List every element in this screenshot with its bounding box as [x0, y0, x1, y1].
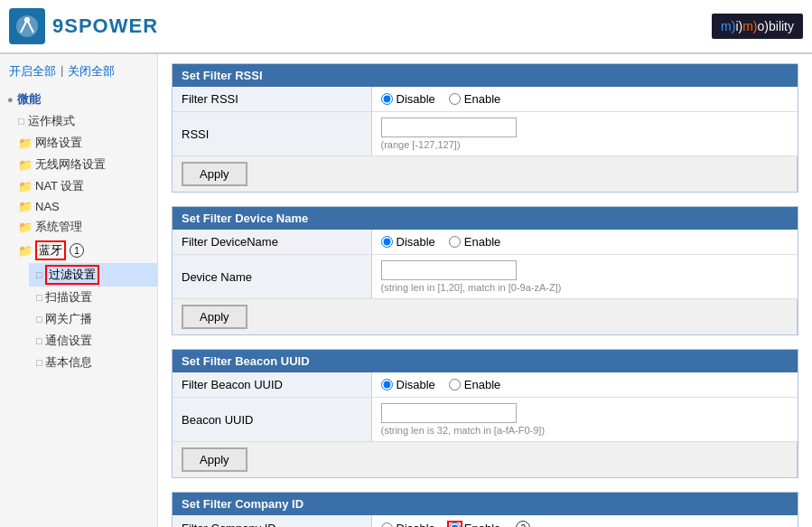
filter-devicename-radio-group: Disable Enable	[381, 235, 789, 249]
mimo-m: m)	[721, 19, 735, 33]
dot-icon: ●	[7, 94, 14, 105]
badge-1: 1	[70, 243, 84, 258]
filter-company-id-header: Set Filter Company ID	[173, 493, 798, 515]
folder-icon-4: 📁	[18, 200, 33, 213]
beacon-uuid-apply-button[interactable]: Apply	[182, 447, 247, 472]
filter-beacon-uuid-section: Set Filter Beacon UUID Filter Beacon UUI…	[172, 349, 798, 478]
rssi-enable-radio[interactable]: Enable	[449, 92, 500, 106]
filter-company-id-row: Filter Company ID Disable Enable 2	[173, 515, 798, 527]
rssi-hint: (range [-127,127])	[381, 139, 789, 150]
badge-2: 2	[516, 521, 530, 527]
devicename-apply-button[interactable]: Apply	[182, 305, 247, 329]
beacon-uuid-label: Beacon UUID	[173, 398, 371, 442]
filter-company-id-table: Filter Company ID Disable Enable 2	[173, 515, 798, 527]
rssi-apply-cell: Apply	[173, 156, 798, 193]
beacon-uuid-input-cell: (string len is 32, match in [a-fA-F0-9])	[371, 398, 798, 442]
company-id-disable-input[interactable]	[381, 522, 393, 528]
rssi-input-cell: (range [-127,127])	[371, 112, 798, 156]
sidebar-item-nas[interactable]: 📁 NAS	[11, 197, 157, 216]
logo-icon	[9, 8, 45, 44]
devicename-disable-radio[interactable]: Disable	[381, 235, 435, 249]
filter-beacon-uuid-radio-group: Disable Enable	[381, 378, 789, 391]
filter-rssi-section: Set Filter RSSI Filter RSSI Disable	[172, 63, 798, 193]
logo-text: 9SPOWER	[52, 14, 158, 38]
content: Set Filter RSSI Filter RSSI Disable	[158, 54, 812, 527]
sidebar: 开启全部 | 关闭全部 ● 微能 □ 运作模式 📁 网络设置 📁 无线网络设置 …	[0, 54, 158, 527]
svg-point-1	[24, 17, 30, 23]
device-name-input-cell: (string len in [1,20], match in [0-9a-zA…	[371, 255, 798, 299]
open-all-link[interactable]: 开启全部	[9, 63, 56, 80]
sidebar-item-bluetooth[interactable]: 📁 蓝牙 1	[11, 238, 157, 263]
main-layout: 开启全部 | 关闭全部 ● 微能 □ 运作模式 📁 网络设置 📁 无线网络设置 …	[0, 54, 812, 527]
folder-icon-6: 📁	[18, 244, 33, 258]
sidebar-item-filter-settings[interactable]: □ 过滤设置	[29, 263, 157, 287]
header: 9SPOWER m)i)m)o)bility	[0, 0, 812, 54]
leaf-icon: □	[18, 116, 24, 127]
filter-company-id-controls: Disable Enable 2	[371, 515, 798, 527]
filter-beacon-uuid-header: Set Filter Beacon UUID	[173, 350, 798, 372]
filter-beacon-uuid-label: Filter Beacon UUID	[173, 372, 371, 398]
beacon-uuid-apply-row: Apply	[173, 442, 798, 478]
sidebar-item-gateway-broadcast[interactable]: □ 网关广播	[29, 308, 157, 330]
filter-beacon-uuid-row: Filter Beacon UUID Disable Enable	[173, 372, 798, 398]
folder-icon-5: 📁	[18, 221, 33, 234]
rssi-disable-radio[interactable]: Disable	[381, 92, 435, 106]
rssi-apply-button[interactable]: Apply	[182, 162, 247, 186]
filter-rssi-radio-group: Disable Enable	[381, 92, 789, 106]
beacon-uuid-disable-input[interactable]	[381, 379, 393, 391]
sidebar-item-basic-info[interactable]: □ 基本信息	[29, 352, 157, 373]
filter-rssi-row: Filter RSSI Disable Enable	[173, 87, 798, 112]
sidebar-subgroup: □ 过滤设置 □ 扫描设置 □ 网关广播 □ 通信设置 □ 基本信息	[11, 263, 157, 373]
mimo-logo: m)i)m)o)bility	[712, 14, 803, 39]
sidebar-item-weinen[interactable]: ● 微能	[0, 89, 157, 110]
filter-beacon-uuid-table: Filter Beacon UUID Disable Enable	[173, 372, 798, 477]
filter-company-id-section: Set Filter Company ID Filter Company ID …	[172, 492, 798, 527]
sidebar-item-network-settings[interactable]: 📁 网络设置	[11, 132, 157, 154]
rssi-apply-row: Apply	[173, 156, 798, 193]
filter-devicename-controls: Disable Enable	[371, 230, 798, 255]
sidebar-item-nat[interactable]: 📁 NAT 设置	[11, 175, 157, 197]
company-id-enable-radio[interactable]: Enable	[449, 522, 500, 528]
beacon-uuid-enable-input[interactable]	[449, 379, 461, 391]
rssi-disable-input[interactable]	[381, 93, 393, 105]
beacon-uuid-disable-radio[interactable]: Disable	[381, 378, 435, 391]
beacon-uuid-hint: (string len is 32, match in [a-fA-F0-9])	[381, 425, 789, 436]
sidebar-item-operation-mode[interactable]: □ 运作模式	[11, 110, 157, 132]
leaf-icon-3: □	[36, 292, 42, 303]
filter-beacon-uuid-controls: Disable Enable	[371, 372, 798, 398]
beacon-uuid-apply-cell: Apply	[173, 442, 798, 478]
device-name-input[interactable]	[381, 260, 517, 280]
devicename-apply-row: Apply	[173, 299, 798, 335]
beacon-uuid-enable-radio[interactable]: Enable	[449, 378, 500, 391]
sidebar-item-system[interactable]: 📁 系统管理	[11, 216, 157, 238]
devicename-enable-input[interactable]	[449, 236, 461, 248]
filter-company-id-label: Filter Company ID	[173, 515, 371, 527]
device-name-value-row: Device Name (string len in [1,20], match…	[173, 255, 798, 299]
folder-icon-3: 📁	[18, 180, 33, 193]
devicename-disable-input[interactable]	[381, 236, 393, 248]
filter-devicename-row: Filter DeviceName Disable Enable	[173, 230, 798, 255]
folder-icon-2: 📁	[18, 158, 33, 172]
leaf-icon-2: □	[36, 269, 42, 280]
leaf-icon-6: □	[36, 357, 42, 368]
beacon-uuid-value-row: Beacon UUID (string len is 32, match in …	[173, 398, 798, 442]
logo-area: 9SPOWER	[9, 8, 158, 44]
filter-device-name-section: Set Filter Device Name Filter DeviceName…	[172, 206, 798, 335]
beacon-uuid-input[interactable]	[381, 403, 517, 423]
sidebar-top-links: 开启全部 | 关闭全部	[0, 59, 157, 84]
filter-rssi-controls: Disable Enable	[371, 87, 798, 112]
rssi-label: RSSI	[173, 112, 371, 156]
rssi-enable-input[interactable]	[449, 93, 461, 105]
sidebar-item-wireless[interactable]: 📁 无线网络设置	[11, 154, 157, 175]
company-id-enable-input[interactable]	[449, 522, 461, 528]
leaf-icon-5: □	[36, 335, 42, 346]
folder-icon: 📁	[18, 136, 33, 150]
company-id-disable-radio[interactable]: Disable	[381, 522, 435, 528]
rssi-value-row: RSSI (range [-127,127])	[173, 112, 798, 156]
devicename-enable-radio[interactable]: Enable	[449, 235, 500, 249]
filter-rssi-header: Set Filter RSSI	[173, 64, 798, 87]
rssi-input[interactable]	[381, 118, 517, 137]
sidebar-item-scan[interactable]: □ 扫描设置	[29, 287, 157, 308]
close-all-link[interactable]: 关闭全部	[68, 63, 115, 80]
sidebar-item-comm-settings[interactable]: □ 通信设置	[29, 330, 157, 352]
